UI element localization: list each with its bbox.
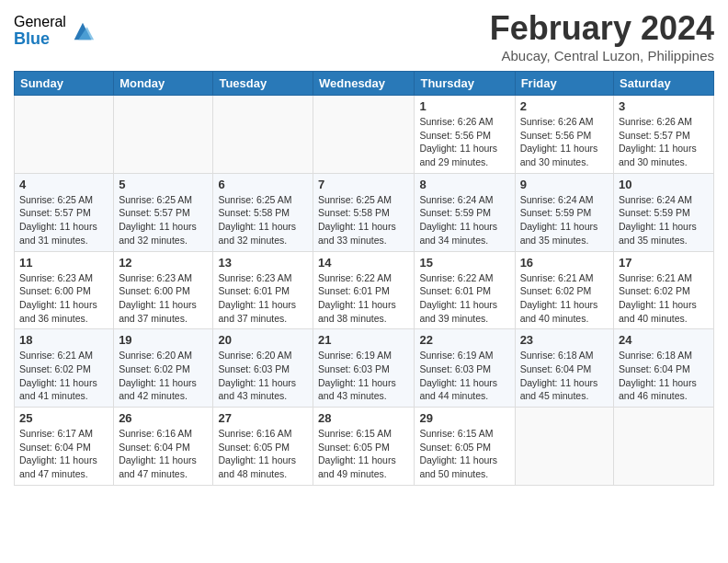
calendar-week-row: 25Sunrise: 6:17 AM Sunset: 6:04 PM Dayli…: [15, 408, 714, 486]
day-info: Sunrise: 6:23 AM Sunset: 6:00 PM Dayligh…: [19, 271, 108, 326]
calendar-cell: 26Sunrise: 6:16 AM Sunset: 6:04 PM Dayli…: [114, 408, 213, 486]
calendar-cell: 17Sunrise: 6:21 AM Sunset: 6:02 PM Dayli…: [614, 251, 714, 329]
day-number: 29: [419, 411, 509, 425]
day-info: Sunrise: 6:17 AM Sunset: 6:04 PM Dayligh…: [19, 427, 108, 481]
calendar-cell: 1Sunrise: 6:26 AM Sunset: 5:56 PM Daylig…: [415, 96, 515, 174]
day-header-tuesday: Tuesday: [213, 72, 313, 96]
day-number: 18: [19, 333, 108, 347]
calendar-cell: 5Sunrise: 6:25 AM Sunset: 5:57 PM Daylig…: [114, 173, 213, 251]
day-number: 28: [318, 411, 409, 425]
day-number: 5: [119, 178, 208, 191]
day-header-friday: Friday: [515, 72, 613, 96]
day-number: 24: [619, 333, 709, 347]
calendar-cell: 29Sunrise: 6:15 AM Sunset: 6:05 PM Dayli…: [415, 408, 515, 486]
calendar-cell: 18Sunrise: 6:21 AM Sunset: 6:02 PM Dayli…: [15, 329, 114, 408]
calendar-cell: 4Sunrise: 6:25 AM Sunset: 5:57 PM Daylig…: [15, 173, 114, 251]
calendar-cell: 2Sunrise: 6:26 AM Sunset: 5:56 PM Daylig…: [515, 96, 613, 174]
calendar-cell: 12Sunrise: 6:23 AM Sunset: 6:00 PM Dayli…: [114, 251, 213, 329]
calendar-week-row: 18Sunrise: 6:21 AM Sunset: 6:02 PM Dayli…: [15, 329, 714, 408]
day-info: Sunrise: 6:24 AM Sunset: 5:59 PM Dayligh…: [419, 193, 509, 247]
calendar-cell: 20Sunrise: 6:20 AM Sunset: 6:03 PM Dayli…: [213, 329, 313, 408]
month-year-title: February 2024: [490, 9, 714, 48]
calendar-cell: 16Sunrise: 6:21 AM Sunset: 6:02 PM Dayli…: [515, 251, 613, 329]
day-number: 27: [218, 411, 308, 425]
day-info: Sunrise: 6:18 AM Sunset: 6:04 PM Dayligh…: [520, 349, 609, 403]
calendar-cell: 6Sunrise: 6:25 AM Sunset: 5:58 PM Daylig…: [213, 173, 313, 251]
day-header-saturday: Saturday: [614, 72, 714, 96]
calendar-cell: 19Sunrise: 6:20 AM Sunset: 6:02 PM Dayli…: [114, 329, 213, 408]
day-number: 2: [520, 99, 609, 113]
calendar-cell: 3Sunrise: 6:26 AM Sunset: 5:57 PM Daylig…: [614, 96, 714, 174]
day-number: 6: [218, 178, 308, 191]
calendar-cell: 7Sunrise: 6:25 AM Sunset: 5:58 PM Daylig…: [313, 173, 415, 251]
calendar-cell: 9Sunrise: 6:24 AM Sunset: 5:59 PM Daylig…: [515, 173, 613, 251]
logo: General Blue: [14, 14, 96, 48]
calendar-cell: 28Sunrise: 6:15 AM Sunset: 6:05 PM Dayli…: [313, 408, 415, 486]
day-info: Sunrise: 6:20 AM Sunset: 6:02 PM Dayligh…: [119, 349, 208, 403]
calendar-cell: [15, 96, 114, 174]
calendar-cell: 8Sunrise: 6:24 AM Sunset: 5:59 PM Daylig…: [415, 173, 515, 251]
calendar-week-row: 1Sunrise: 6:26 AM Sunset: 5:56 PM Daylig…: [15, 96, 714, 174]
day-info: Sunrise: 6:16 AM Sunset: 6:04 PM Dayligh…: [119, 427, 208, 481]
day-number: 23: [520, 333, 609, 347]
day-info: Sunrise: 6:18 AM Sunset: 6:04 PM Dayligh…: [619, 349, 709, 403]
calendar-week-row: 4Sunrise: 6:25 AM Sunset: 5:57 PM Daylig…: [15, 173, 714, 251]
day-info: Sunrise: 6:24 AM Sunset: 5:59 PM Dayligh…: [520, 193, 609, 247]
day-header-sunday: Sunday: [15, 72, 114, 96]
calendar-cell: 21Sunrise: 6:19 AM Sunset: 6:03 PM Dayli…: [313, 329, 415, 408]
logo-general-text: General: [14, 14, 66, 30]
day-info: Sunrise: 6:19 AM Sunset: 6:03 PM Dayligh…: [318, 349, 409, 403]
day-number: 11: [19, 256, 108, 270]
day-info: Sunrise: 6:25 AM Sunset: 5:57 PM Dayligh…: [19, 193, 108, 247]
day-number: 20: [218, 333, 308, 347]
day-info: Sunrise: 6:26 AM Sunset: 5:56 PM Dayligh…: [520, 115, 609, 169]
day-info: Sunrise: 6:22 AM Sunset: 6:01 PM Dayligh…: [419, 271, 509, 326]
calendar-cell: [614, 408, 714, 486]
day-number: 15: [419, 256, 509, 270]
logo-icon: [70, 18, 96, 44]
day-number: 3: [619, 99, 709, 113]
calendar-cell: 11Sunrise: 6:23 AM Sunset: 6:00 PM Dayli…: [15, 251, 114, 329]
day-number: 17: [619, 256, 709, 270]
day-info: Sunrise: 6:15 AM Sunset: 6:05 PM Dayligh…: [318, 427, 409, 481]
day-info: Sunrise: 6:25 AM Sunset: 5:58 PM Dayligh…: [318, 193, 409, 247]
calendar-cell: 13Sunrise: 6:23 AM Sunset: 6:01 PM Dayli…: [213, 251, 313, 329]
day-header-monday: Monday: [114, 72, 213, 96]
location-subtitle: Abucay, Central Luzon, Philippines: [490, 48, 714, 63]
day-info: Sunrise: 6:23 AM Sunset: 6:01 PM Dayligh…: [218, 271, 308, 326]
day-info: Sunrise: 6:15 AM Sunset: 6:05 PM Dayligh…: [419, 427, 509, 481]
calendar-cell: 22Sunrise: 6:19 AM Sunset: 6:03 PM Dayli…: [415, 329, 515, 408]
logo-blue-text: Blue: [14, 30, 66, 49]
page-header: General Blue February 2024 Abucay, Centr…: [14, 9, 714, 63]
day-number: 13: [218, 256, 308, 270]
day-info: Sunrise: 6:25 AM Sunset: 5:57 PM Dayligh…: [119, 193, 208, 247]
calendar-cell: 10Sunrise: 6:24 AM Sunset: 5:59 PM Dayli…: [614, 173, 714, 251]
day-number: 12: [119, 256, 208, 270]
day-number: 14: [318, 256, 409, 270]
calendar-cell: 14Sunrise: 6:22 AM Sunset: 6:01 PM Dayli…: [313, 251, 415, 329]
day-number: 19: [119, 333, 208, 347]
calendar-header-row: SundayMondayTuesdayWednesdayThursdayFrid…: [15, 72, 714, 96]
calendar-cell: 24Sunrise: 6:18 AM Sunset: 6:04 PM Dayli…: [614, 329, 714, 408]
title-area: February 2024 Abucay, Central Luzon, Phi…: [490, 9, 714, 63]
calendar-cell: 27Sunrise: 6:16 AM Sunset: 6:05 PM Dayli…: [213, 408, 313, 486]
day-number: 8: [419, 178, 509, 191]
calendar-cell: [313, 96, 415, 174]
day-info: Sunrise: 6:24 AM Sunset: 5:59 PM Dayligh…: [619, 193, 709, 247]
day-info: Sunrise: 6:16 AM Sunset: 6:05 PM Dayligh…: [218, 427, 308, 481]
day-header-thursday: Thursday: [415, 72, 515, 96]
calendar-cell: 15Sunrise: 6:22 AM Sunset: 6:01 PM Dayli…: [415, 251, 515, 329]
day-number: 25: [19, 411, 108, 425]
day-info: Sunrise: 6:26 AM Sunset: 5:56 PM Dayligh…: [419, 115, 509, 169]
day-number: 26: [119, 411, 208, 425]
day-info: Sunrise: 6:21 AM Sunset: 6:02 PM Dayligh…: [520, 271, 609, 326]
day-header-wednesday: Wednesday: [313, 72, 415, 96]
calendar-cell: 23Sunrise: 6:18 AM Sunset: 6:04 PM Dayli…: [515, 329, 613, 408]
day-info: Sunrise: 6:19 AM Sunset: 6:03 PM Dayligh…: [419, 349, 509, 403]
day-number: 16: [520, 256, 609, 270]
day-number: 7: [318, 178, 409, 191]
calendar-cell: [213, 96, 313, 174]
day-info: Sunrise: 6:20 AM Sunset: 6:03 PM Dayligh…: [218, 349, 308, 403]
calendar-cell: 25Sunrise: 6:17 AM Sunset: 6:04 PM Dayli…: [15, 408, 114, 486]
day-info: Sunrise: 6:23 AM Sunset: 6:00 PM Dayligh…: [119, 271, 208, 326]
